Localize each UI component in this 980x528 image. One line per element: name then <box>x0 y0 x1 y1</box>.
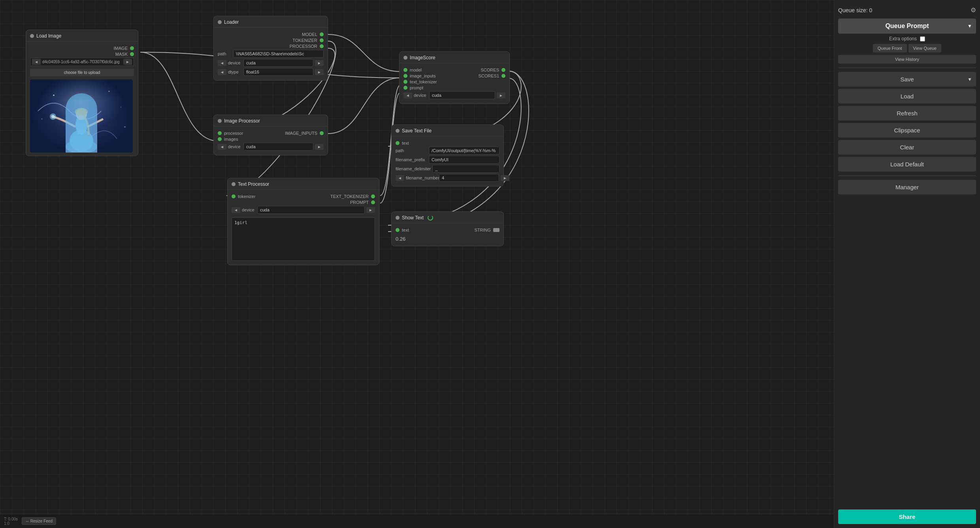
text-processor-device-input[interactable] <box>257 206 365 214</box>
node-save-text-file: Save Text File text path filename_prefix… <box>391 124 504 187</box>
save-text-prefix-input[interactable] <box>429 156 499 164</box>
node-text-processor-title: Text Processor <box>238 181 269 187</box>
node-image-processor-dot <box>218 119 222 123</box>
gear-icon[interactable]: ⚙ <box>971 6 976 14</box>
text-processor-prompt-port: PROMPT <box>232 200 375 205</box>
text-processor-device-next[interactable]: ► <box>366 207 375 213</box>
svg-point-5 <box>41 119 43 120</box>
node-image-score-title: ImageScore <box>410 55 435 60</box>
sub-buttons-row: Queue Front View Queue <box>838 44 976 53</box>
loader-tokenizer-label: TOKENIZER <box>292 38 317 43</box>
loader-dtype-next[interactable]: ► <box>315 69 324 75</box>
load-image-filename-row[interactable]: ◄ d4c04059-1cc6-4a92-af5c-7f3307f0dc6c.j… <box>30 58 134 66</box>
view-queue-btn[interactable]: View Queue <box>908 44 942 53</box>
save-text-padding-prev[interactable]: ◄ <box>396 175 404 181</box>
image-processor-image-inputs-dot <box>320 131 324 135</box>
clear-btn[interactable]: Clear <box>838 140 976 155</box>
save-btn[interactable]: Save ▼ <box>838 72 976 87</box>
node-image-score-body: model SCORES image_inputs SCORES1 <box>400 63 509 104</box>
canvas-area[interactable]: Load Image IMAGE MASK ◄ d4c04059-1cc6-4a… <box>0 0 834 528</box>
loader-dtype-input[interactable] <box>243 68 313 76</box>
image-processor-device-input[interactable] <box>243 143 313 151</box>
image-score-device-input[interactable] <box>429 91 495 99</box>
image-score-scores1-port: SCORES1 <box>478 74 505 78</box>
save-text-padding-next[interactable]: ► <box>501 175 509 181</box>
node-loader: Loader MODEL TOKENIZER PROCESSOR path ◄ … <box>213 16 328 81</box>
show-text-text-port: text <box>396 228 409 232</box>
text-processor-prompt-label: PROMPT <box>350 200 369 205</box>
load-btn[interactable]: Load <box>838 89 976 104</box>
save-text-delimiter-label: filename_delimiter <box>396 166 431 171</box>
load-image-next-btn[interactable]: ► <box>123 59 132 65</box>
save-text-delimiter-row: filename_delimiter <box>396 165 499 173</box>
image-score-device-next[interactable]: ► <box>497 92 505 98</box>
node-show-text-dot <box>396 216 400 220</box>
divider-2 <box>838 175 976 176</box>
save-arrow: ▼ <box>967 77 972 82</box>
show-text-spinner-icon <box>428 215 433 221</box>
image-score-model-row: model SCORES <box>403 68 505 72</box>
text-processor-text-area[interactable] <box>232 217 375 261</box>
image-processor-device-prev[interactable]: ◄ <box>218 144 226 150</box>
status-timing: T: 0.00s 1:0 <box>4 517 18 526</box>
clipspace-btn[interactable]: Clipspace <box>838 123 976 138</box>
loader-device-row: ◄ device ► <box>218 59 324 67</box>
loader-tokenizer-dot <box>320 38 324 42</box>
load-default-btn[interactable]: Load Default <box>838 157 976 172</box>
view-history-btn[interactable]: View History <box>838 55 976 64</box>
text-processor-tokenizer-port: tokenizer <box>232 194 256 199</box>
loader-device-prev[interactable]: ◄ <box>218 60 226 66</box>
save-text-padding-input[interactable] <box>439 174 499 182</box>
loader-port-model: MODEL <box>218 32 324 37</box>
save-text-path-row: path <box>396 147 499 155</box>
node-loader-title: Loader <box>224 19 239 25</box>
manager-btn[interactable]: Manager <box>838 180 976 194</box>
save-text-delimiter-input[interactable] <box>432 165 499 173</box>
loader-processor-dot <box>320 44 324 48</box>
image-processor-image-inputs-port: IMAGE_INPUTS <box>285 131 324 136</box>
svg-point-7 <box>70 130 93 152</box>
image-score-device-prev[interactable]: ◄ <box>403 92 412 98</box>
loader-dtype-prev[interactable]: ◄ <box>218 69 226 75</box>
node-image-processor-header: Image Processor <box>214 115 328 126</box>
loader-processor-label: PROCESSOR <box>290 44 317 49</box>
node-load-image-body: IMAGE MASK ◄ d4c04059-1cc6-4a92-af5c-7f3… <box>26 41 138 156</box>
node-show-text: Show Text text STRING 0.26 <box>391 211 504 246</box>
node-load-image-title: Load Image <box>36 33 61 39</box>
queue-prompt-btn[interactable]: Queue Prompt ▼ <box>838 19 976 34</box>
queue-front-btn[interactable]: Queue Front <box>873 44 907 53</box>
refresh-btn[interactable]: Refresh <box>838 106 976 121</box>
svg-point-13 <box>51 115 55 118</box>
share-btn[interactable]: Share <box>838 509 976 524</box>
image-processor-device-next[interactable]: ► <box>315 144 324 150</box>
image-score-scores1-dot <box>501 74 505 78</box>
image-score-model-label: model <box>410 68 422 72</box>
node-load-image: Load Image IMAGE MASK ◄ d4c04059-1cc6-4a… <box>26 30 138 156</box>
image-processor-images-label: images <box>224 137 238 141</box>
loader-path-input[interactable] <box>233 50 324 58</box>
show-text-string-icon <box>493 228 499 232</box>
loader-dtype-label: dtype <box>228 70 242 74</box>
resize-feed-btn[interactable]: ↔ Resize Feed <box>22 517 56 525</box>
image-processor-image-inputs-label: IMAGE_INPUTS <box>285 131 317 136</box>
image-score-device-label: device <box>414 93 428 98</box>
node-image-processor: Image Processor processor IMAGE_INPUTS i… <box>213 115 328 155</box>
panel-header: Queue size: 0 ⚙ <box>838 4 976 16</box>
svg-rect-1 <box>30 79 133 153</box>
load-image-prev-btn[interactable]: ◄ <box>32 59 41 65</box>
load-image-choose-btn[interactable]: choose file to upload <box>30 69 134 76</box>
save-text-path-input[interactable] <box>429 147 499 155</box>
save-label: Save <box>900 76 914 83</box>
text-processor-device-prev[interactable]: ◄ <box>232 207 240 213</box>
elsa-figure <box>30 79 133 153</box>
loader-device-next[interactable]: ► <box>315 60 324 66</box>
show-text-text-row: text STRING <box>396 228 499 232</box>
image-processor-device-label: device <box>228 144 242 149</box>
loader-device-input[interactable] <box>243 59 313 67</box>
extra-options-checkbox[interactable] <box>920 36 925 41</box>
show-text-text-dot <box>396 228 400 232</box>
image-score-scores-port: SCORES <box>481 68 505 72</box>
queue-prompt-label: Queue Prompt <box>885 23 929 29</box>
right-panel: Queue size: 0 ⚙ Queue Prompt ▼ Extra opt… <box>834 0 980 528</box>
text-processor-prompt-dot <box>371 200 375 204</box>
